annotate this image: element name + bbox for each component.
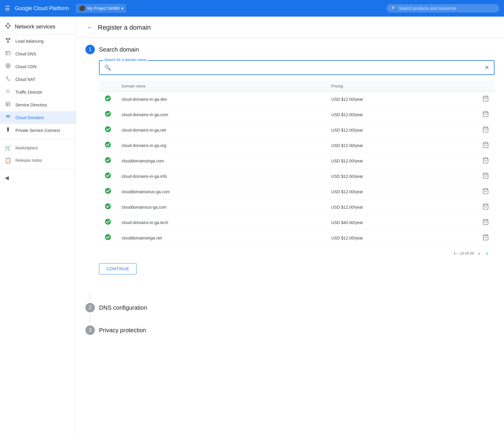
sidebar-divider bbox=[0, 139, 76, 139]
svg-rect-10 bbox=[7, 41, 9, 43]
available-check-icon bbox=[105, 189, 111, 195]
add-to-cart-icon[interactable] bbox=[482, 114, 489, 118]
domain-name-cell: clouddomainsus-ga.com bbox=[117, 199, 326, 215]
release-notes-icon: 📋 bbox=[5, 157, 11, 164]
domain-name-cell: cloud-domains-in-ga.dev bbox=[117, 92, 326, 107]
cloud-dns-icon bbox=[5, 50, 11, 57]
price-cell: USD $12.00/year bbox=[326, 107, 477, 122]
sidebar-item-cloud-dns[interactable]: Cloud DNS bbox=[0, 47, 76, 60]
clear-search-icon[interactable]: ✕ bbox=[485, 64, 489, 71]
cart-cell[interactable] bbox=[477, 184, 495, 199]
cloud-domains-icon bbox=[5, 114, 11, 121]
col-action bbox=[477, 81, 495, 92]
add-to-cart-icon[interactable] bbox=[482, 129, 489, 134]
available-check-icon bbox=[105, 112, 111, 118]
cart-cell[interactable] bbox=[477, 138, 495, 153]
project-selector[interactable]: ⚫ My Project 94990 ▾ bbox=[76, 4, 126, 13]
step-1-header: 1 Search domain bbox=[85, 45, 495, 54]
cart-cell[interactable] bbox=[477, 199, 495, 215]
sidebar-item-cloud-nat[interactable]: Cloud NAT bbox=[0, 73, 76, 86]
status-cell bbox=[99, 138, 117, 153]
step-2-title: DNS configuration bbox=[99, 304, 147, 311]
sidebar-item-release-notes[interactable]: 📋 Release notes bbox=[0, 154, 76, 167]
sidebar-item-marketplace[interactable]: 🛒 Marketplace bbox=[0, 142, 76, 154]
step-connector-2 bbox=[90, 316, 90, 323]
price-cell: USD $12.00/year bbox=[326, 184, 477, 199]
svg-rect-1 bbox=[5, 25, 7, 26]
sidebar-item-private-service-connect[interactable]: Private Service Connect bbox=[0, 124, 76, 137]
brand-name: Google Cloud Platform bbox=[15, 5, 69, 12]
status-cell bbox=[99, 153, 117, 169]
cart-cell[interactable] bbox=[477, 122, 495, 138]
svg-line-6 bbox=[6, 26, 8, 28]
svg-rect-14 bbox=[6, 51, 10, 55]
marketplace-icon: 🛒 bbox=[5, 145, 11, 151]
status-cell bbox=[99, 169, 117, 184]
cart-cell[interactable] bbox=[477, 153, 495, 169]
service-directory-icon bbox=[5, 101, 11, 108]
cart-cell[interactable] bbox=[477, 92, 495, 107]
add-to-cart-icon[interactable] bbox=[482, 160, 489, 164]
next-page-button[interactable]: › bbox=[484, 249, 490, 257]
add-to-cart-icon[interactable] bbox=[482, 98, 489, 103]
step-connector-1 bbox=[90, 293, 90, 301]
step-2-header: 2 DNS configuration bbox=[85, 303, 495, 312]
project-icon: ⚫ bbox=[79, 5, 85, 12]
cloud-cdn-icon bbox=[5, 63, 11, 70]
add-to-cart-icon[interactable] bbox=[482, 175, 489, 180]
available-check-icon bbox=[105, 173, 111, 180]
chevron-down-icon: ▾ bbox=[121, 6, 123, 11]
svg-rect-24 bbox=[6, 102, 10, 106]
available-check-icon bbox=[105, 235, 111, 242]
prev-page-button[interactable]: ‹ bbox=[476, 249, 482, 257]
search-icon: 🔍 bbox=[391, 6, 396, 11]
svg-line-7 bbox=[8, 26, 10, 28]
sidebar-item-label: Cloud NAT bbox=[15, 77, 35, 82]
sidebar-item-cloud-domains[interactable]: Cloud Domains bbox=[0, 111, 76, 124]
price-cell: USD $40.00/year bbox=[326, 215, 477, 230]
price-cell: USD $12.00/year bbox=[326, 169, 477, 184]
sidebar-item-label: Release notes bbox=[15, 158, 42, 163]
domain-name-cell: cloud-domains-in-ga.com bbox=[117, 107, 326, 122]
svg-line-5 bbox=[8, 24, 10, 25]
domain-name-cell: cloud-domains-in-ga.net bbox=[117, 122, 326, 138]
svg-point-34 bbox=[105, 111, 111, 117]
add-to-cart-icon[interactable] bbox=[482, 144, 489, 149]
app-layout: Network services Load balancing Cloud DN… bbox=[0, 17, 504, 433]
svg-rect-31 bbox=[7, 129, 9, 132]
sidebar-item-traffic-director[interactable]: Traffic Director bbox=[0, 86, 76, 98]
cart-cell[interactable] bbox=[477, 215, 495, 230]
sidebar-divider-2 bbox=[0, 169, 76, 169]
sidebar-item-label: Marketplace bbox=[15, 146, 38, 150]
status-cell bbox=[99, 199, 117, 215]
svg-point-38 bbox=[105, 142, 111, 148]
sidebar-item-label: Traffic Director bbox=[15, 90, 42, 95]
add-to-cart-icon[interactable] bbox=[482, 237, 489, 242]
cart-cell[interactable] bbox=[477, 230, 495, 246]
sidebar-title: Network services bbox=[0, 17, 76, 35]
content-body: 1 Search domain Search for a domain name… bbox=[76, 38, 504, 346]
cart-cell[interactable] bbox=[477, 107, 495, 122]
svg-line-13 bbox=[8, 39, 9, 40]
sidebar-collapse-btn[interactable]: ◀ bbox=[0, 172, 76, 184]
svg-line-12 bbox=[7, 39, 8, 40]
step-3-title: Privacy protection bbox=[99, 327, 146, 334]
add-to-cart-icon[interactable] bbox=[482, 191, 489, 195]
sidebar-section-label: Network services bbox=[15, 24, 55, 30]
svg-rect-9 bbox=[9, 38, 10, 40]
cart-cell[interactable] bbox=[477, 169, 495, 184]
sidebar-item-load-balancing[interactable]: Load balancing bbox=[0, 35, 76, 47]
continue-button[interactable]: CONTINUE bbox=[99, 263, 137, 274]
domain-name-cell: clouddomainsinus-ga.com bbox=[117, 184, 326, 199]
hamburger-icon[interactable]: ☰ bbox=[5, 5, 10, 12]
add-to-cart-icon[interactable] bbox=[482, 221, 489, 226]
domain-name-cell: cloud-domains-in-ga.info bbox=[117, 169, 326, 184]
sidebar-item-cloud-cdn[interactable]: Cloud CDN bbox=[0, 60, 76, 73]
svg-point-42 bbox=[105, 172, 111, 178]
global-search-input[interactable] bbox=[399, 6, 495, 11]
sidebar-item-service-directory[interactable]: Service Directory bbox=[0, 98, 76, 111]
domain-search-input[interactable]: Cloud-domains-in-GA.dev bbox=[114, 65, 482, 70]
add-to-cart-icon[interactable] bbox=[482, 206, 489, 211]
svg-point-44 bbox=[105, 188, 111, 194]
back-button[interactable]: ← bbox=[85, 23, 94, 33]
